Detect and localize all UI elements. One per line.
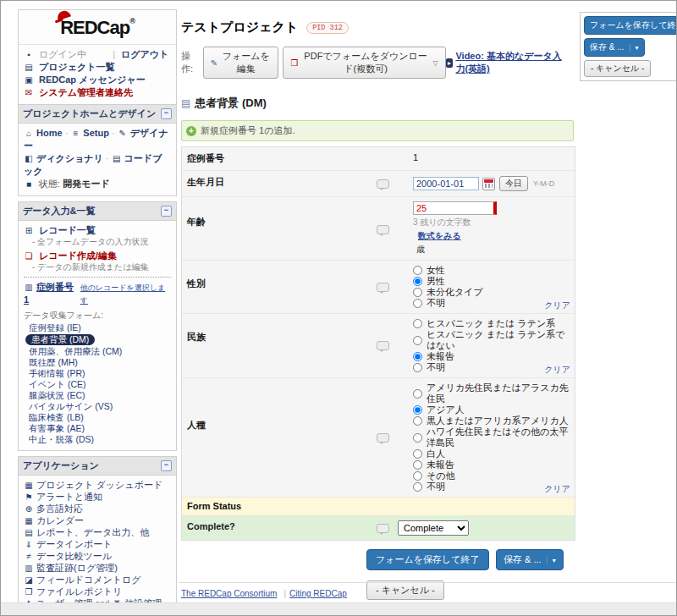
projects-link[interactable]: プロジェクト一覧	[39, 62, 115, 72]
complete-select[interactable]: Complete	[398, 520, 469, 536]
app-link[interactable]: アラートと通知	[36, 492, 102, 502]
app-link[interactable]: カレンダー	[36, 515, 84, 525]
clear-link[interactable]: クリア	[544, 483, 570, 495]
sidebar-item-reports[interactable]: ▤レポート、データ出力、他	[24, 527, 171, 538]
sidebar-item-audit[interactable]: ▥監査証跡(ログ管理)	[24, 563, 171, 574]
radio-label[interactable]: 未報告	[427, 351, 454, 362]
radio-sex-2[interactable]	[413, 288, 422, 297]
logout-link[interactable]: ログアウト	[121, 49, 168, 59]
radio-race-2[interactable]	[413, 416, 422, 426]
radio-label[interactable]: 不明	[427, 481, 445, 492]
save-and-exit-button[interactable]: フォームを保存して終了	[366, 549, 489, 570]
app-link[interactable]: 監査証跡(ログ管理)	[36, 563, 118, 573]
comment-bubble-icon[interactable]	[377, 179, 389, 189]
app-link[interactable]: フィールドコメントログ	[36, 575, 141, 585]
age-input[interactable]	[413, 201, 497, 215]
calendar-picker-icon[interactable]	[482, 178, 495, 190]
save-and-exit-button-top[interactable]: フォームを保存して終了	[584, 16, 677, 35]
dob-input[interactable]	[413, 177, 479, 190]
sidebar-item-compare[interactable]: ≠データ比較ツール	[24, 551, 171, 562]
radio-label[interactable]: アジア人	[427, 404, 465, 415]
radio-label[interactable]: 男性	[427, 276, 445, 287]
radio-label[interactable]: ヒスパニック または ラテン系ではない	[427, 329, 570, 351]
radio-label[interactable]: 不明	[427, 298, 445, 309]
comment-bubble-icon[interactable]	[377, 225, 389, 234]
setup-link[interactable]: Setup	[83, 128, 109, 138]
collapse-toggle-icon[interactable]	[161, 108, 172, 119]
comment-bubble-icon[interactable]	[377, 283, 389, 292]
sidebar-form-vs[interactable]: バイタルサイン (VS)	[24, 401, 171, 412]
radio-ethnicity-3[interactable]	[413, 363, 422, 372]
app-link[interactable]: ファイルレポジトリ	[36, 586, 122, 597]
radio-race-4[interactable]	[413, 449, 422, 459]
home-link[interactable]: Home	[36, 128, 63, 138]
sidebar-form-ec[interactable]: 服薬状況 (EC)	[24, 390, 171, 401]
sidebar-item-file-repository[interactable]: ❐ファイルレポジトリ	[24, 586, 171, 597]
record-list-link[interactable]: レコード一覧	[39, 225, 96, 235]
app-link[interactable]: レポート、データ出力、他	[36, 527, 149, 537]
radio-ethnicity-2[interactable]	[413, 352, 422, 361]
citing-link[interactable]: Citing REDCap	[289, 589, 347, 598]
sidebar-item-projects[interactable]: ▤ プロジェクト一覧	[24, 61, 171, 74]
radio-label[interactable]: 未報告	[427, 459, 454, 470]
sidebar-item-alerts[interactable]: ⚑アラートと通知	[24, 492, 171, 503]
sidebar-item-messenger[interactable]: ▣ REDCap メッセンジャー	[24, 74, 171, 86]
today-button[interactable]: 今日	[499, 176, 528, 191]
sidebar-item-admin-contact[interactable]: ✉ システム管理者連絡先	[24, 86, 171, 99]
sidebar-item-record-list[interactable]: ⊞ レコード一覧	[24, 224, 171, 237]
sidebar-item-field-comment-log[interactable]: ◪フィールドコメントログ	[24, 575, 171, 586]
radio-sex-1[interactable]	[413, 277, 422, 286]
pdf-download-button[interactable]: ❒ PDFでフォームをダウンロード(複数可) ▽	[283, 47, 445, 79]
save-more-button-top[interactable]: 保存 & ...▾	[584, 38, 645, 57]
comment-bubble-icon[interactable]	[377, 341, 389, 350]
radio-sex-0[interactable]	[413, 266, 422, 275]
video-link[interactable]: Video: 基本的なデータ入力(英語)	[455, 50, 566, 75]
sidebar-form-mh[interactable]: 既往歴 (MH)	[24, 357, 171, 368]
choose-other-record-link[interactable]: 他のレコードを選択します	[80, 282, 171, 307]
radio-race-1[interactable]	[413, 405, 422, 415]
comment-bubble-icon[interactable]	[377, 433, 389, 443]
radio-race-3[interactable]	[413, 433, 422, 443]
clear-link[interactable]: クリア	[544, 300, 570, 311]
clear-link[interactable]: クリア	[544, 364, 570, 376]
cancel-button-top[interactable]: - キャンセル -	[584, 60, 651, 77]
edit-form-button[interactable]: ✎ フォームを編集	[203, 47, 279, 79]
dictionary-link[interactable]: ディクショナリ	[36, 153, 103, 163]
app-link[interactable]: 多言語対応	[36, 503, 83, 514]
app-link[interactable]: プロジェクト ダッシュボード	[36, 480, 162, 490]
radio-race-6[interactable]	[413, 471, 422, 481]
app-link[interactable]: データ比較ツール	[36, 551, 112, 561]
radio-label[interactable]: その他	[427, 470, 455, 481]
app-link[interactable]: データインポート	[36, 539, 113, 549]
sidebar-form-cm[interactable]: 併用薬、併用療法 (CM)	[24, 346, 171, 357]
radio-label[interactable]: アメリカ先住民またはアラスカ先住民	[427, 382, 570, 404]
sidebar-form-ie[interactable]: 症例登録 (IE)	[24, 322, 171, 333]
collapse-toggle-icon[interactable]	[161, 206, 172, 217]
consortium-link[interactable]: The REDCap Consortium	[181, 589, 277, 598]
sidebar-item-multilang[interactable]: ⊕多言語対応	[24, 503, 171, 514]
sidebar-form-ds[interactable]: 中止・脱落 (DS)	[24, 434, 171, 445]
sidebar-item-calendar[interactable]: ▦カレンダー	[24, 515, 171, 526]
radio-sex-3[interactable]	[413, 299, 422, 308]
sidebar-form-lb[interactable]: 臨床検査 (LB)	[24, 412, 171, 423]
messenger-link[interactable]: REDCap メッセンジャー	[39, 74, 146, 85]
radio-label[interactable]: 黒人またはアフリカ系アメリカ人	[427, 415, 569, 426]
view-equation-link[interactable]: 数式をみる	[418, 230, 461, 242]
admin-contact-link[interactable]: システム管理者連絡先	[39, 87, 133, 97]
sidebar-form-ce[interactable]: イベント (CE)	[24, 379, 171, 390]
sidebar-form-dm-selected[interactable]: 患者背景 (DM)	[25, 334, 95, 345]
record-edit-link[interactable]: レコード作成/編集	[39, 250, 117, 261]
sidebar-form-ae[interactable]: 有害事象 (AE)	[24, 423, 171, 434]
radio-race-5[interactable]	[413, 460, 422, 470]
sidebar-item-dashboard[interactable]: ▦プロジェクト ダッシュボード	[24, 480, 171, 491]
radio-ethnicity-1[interactable]	[413, 336, 422, 345]
radio-race-0[interactable]	[413, 389, 422, 399]
save-more-button[interactable]: 保存 & ...▾	[496, 549, 564, 570]
sidebar-item-import[interactable]: ⇓データインポート	[24, 539, 171, 550]
sidebar-item-record-edit[interactable]: ❏ レコード作成/編集	[24, 250, 171, 262]
comment-bubble-icon[interactable]	[377, 524, 389, 533]
sidebar-form-pr[interactable]: 手術情報 (PR)	[24, 368, 171, 379]
radio-label[interactable]: 白人	[427, 448, 445, 459]
radio-race-7[interactable]	[413, 482, 422, 492]
collapse-toggle-icon[interactable]	[161, 460, 172, 471]
